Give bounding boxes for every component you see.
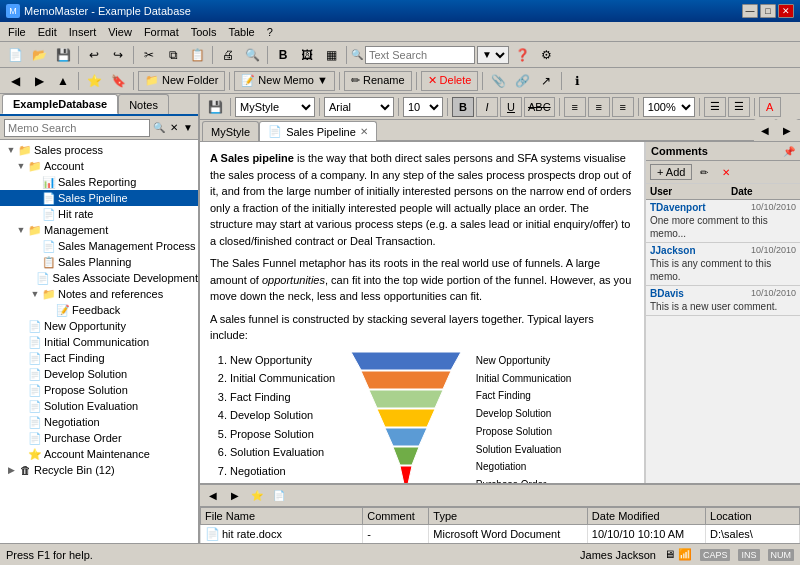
close-button[interactable]: ✕ <box>778 4 794 18</box>
align-center-btn[interactable]: ≡ <box>588 97 610 117</box>
expander-account[interactable]: ▼ <box>14 159 28 173</box>
tree-node-ps[interactable]: 📄 Propose Solution <box>0 382 198 398</box>
strikethrough-btn[interactable]: ABC <box>524 97 555 117</box>
tab-example-database[interactable]: ExampleDatabase <box>2 94 118 114</box>
new-memo-btn[interactable]: 📝 New Memo ▼ <box>234 71 335 91</box>
tree-node-sales-reporting[interactable]: 📊 Sales Reporting <box>0 174 198 190</box>
bookmark-btn[interactable]: 🔖 <box>107 70 129 92</box>
help-btn[interactable]: ❓ <box>511 44 533 66</box>
search-type-select[interactable]: ▼ <box>477 46 509 64</box>
rename-btn[interactable]: ✏ Rename <box>344 71 412 91</box>
star-btn[interactable]: ⭐ <box>83 70 105 92</box>
doc-tab-sales-pipeline[interactable]: 📄 Sales Pipeline ✕ <box>259 121 377 141</box>
tree-node-recycle[interactable]: ▶ 🗑 Recycle Bin (12) <box>0 462 198 478</box>
file-row-1[interactable]: 📄hit rate.docx - Microsoft Word Document… <box>201 525 800 544</box>
tree-node-sad[interactable]: 📄 Sales Associate Development <box>0 270 198 286</box>
tree-node-am[interactable]: ⭐ Account Maintenance <box>0 446 198 462</box>
tree-node-sales-pipeline[interactable]: 📄 Sales Pipeline <box>0 190 198 206</box>
style-select[interactable]: MyStyle <box>235 97 315 117</box>
menu-file[interactable]: File <box>2 24 32 40</box>
align-left-btn[interactable]: ≡ <box>564 97 586 117</box>
search-options-btn[interactable]: ▼ <box>182 120 194 136</box>
menu-format[interactable]: Format <box>138 24 185 40</box>
tree-node-sales-process[interactable]: ▼ 📁 Sales process <box>0 142 198 158</box>
attach-btn[interactable]: 📎 <box>487 70 509 92</box>
bold-btn[interactable]: B <box>452 97 474 117</box>
search-btn[interactable]: 🔍 <box>241 44 263 66</box>
nav-up-btn[interactable]: ▲ <box>52 70 74 92</box>
expander-mgmt[interactable]: ▼ <box>14 223 28 237</box>
copy-btn[interactable]: ⧉ <box>162 44 184 66</box>
menu-edit[interactable]: Edit <box>32 24 63 40</box>
tree-node-se[interactable]: 📄 Solution Evaluation <box>0 398 198 414</box>
memo-search-input[interactable] <box>4 119 150 137</box>
tree-node-ds[interactable]: 📄 Develop Solution <box>0 366 198 382</box>
delete-btn[interactable]: ✕ Delete <box>421 71 479 91</box>
menu-view[interactable]: View <box>102 24 138 40</box>
expander-notes[interactable]: ▼ <box>28 287 42 301</box>
bullet-list-btn[interactable]: ☰ <box>704 97 726 117</box>
expander-recycle[interactable]: ▶ <box>4 463 18 477</box>
tree-node-init-comm[interactable]: 📄 Initial Communication <box>0 334 198 350</box>
add-comment-btn[interactable]: + Add <box>650 164 692 180</box>
window-controls[interactable]: — □ ✕ <box>742 4 794 18</box>
link-btn[interactable]: 🔗 <box>511 70 533 92</box>
new-btn[interactable]: 📄 <box>4 44 26 66</box>
italic-btn[interactable]: I <box>476 97 498 117</box>
number-list-btn[interactable]: ☰ <box>728 97 750 117</box>
menu-table[interactable]: Table <box>222 24 260 40</box>
edit-comment-btn[interactable]: ✏ <box>694 163 714 181</box>
files-new[interactable]: ⭐ <box>248 487 266 505</box>
undo-btn[interactable]: ↩ <box>83 44 105 66</box>
size-select[interactable]: 10 <box>403 97 443 117</box>
settings-icon-btn[interactable]: ⚙ <box>535 44 557 66</box>
tree-node-new-opp[interactable]: 📄 New Opportunity <box>0 318 198 334</box>
zoom-select[interactable]: 100% <box>643 97 695 117</box>
tree-node-account[interactable]: ▼ 📁 Account <box>0 158 198 174</box>
tree-node-neg[interactable]: 📄 Negotiation <box>0 414 198 430</box>
info-btn[interactable]: ℹ <box>566 70 588 92</box>
doc-tab-close-btn[interactable]: ✕ <box>360 126 368 137</box>
minimize-button[interactable]: — <box>742 4 758 18</box>
menu-insert[interactable]: Insert <box>63 24 103 40</box>
nav-fwd-btn[interactable]: ▶ <box>28 70 50 92</box>
cut-btn[interactable]: ✂ <box>138 44 160 66</box>
tree-node-management[interactable]: ▼ 📁 Management <box>0 222 198 238</box>
open-btn[interactable]: 📂 <box>28 44 50 66</box>
text-search-input[interactable] <box>365 46 475 64</box>
tree-node-hit-rate[interactable]: 📄 Hit rate <box>0 206 198 222</box>
delete-comment-btn[interactable]: ✕ <box>716 163 736 181</box>
files-nav-back[interactable]: ◀ <box>204 487 222 505</box>
redo-btn[interactable]: ↪ <box>107 44 129 66</box>
export-btn[interactable]: ↗ <box>535 70 557 92</box>
underline-btn[interactable]: U <box>500 97 522 117</box>
search-clear-btn[interactable]: ✕ <box>168 120 180 136</box>
print-btn[interactable]: 🖨 <box>217 44 239 66</box>
tree-node-ff[interactable]: 📄 Fact Finding <box>0 350 198 366</box>
table-btn[interactable]: ▦ <box>320 44 342 66</box>
tree-node-po[interactable]: 📄 Purchase Order <box>0 430 198 446</box>
files-nav-fwd[interactable]: ▶ <box>226 487 244 505</box>
save-btn[interactable]: 💾 <box>52 44 74 66</box>
document-content[interactable]: A Sales pipeline is the way that both di… <box>200 142 645 483</box>
img-btn[interactable]: 🖼 <box>296 44 318 66</box>
new-folder-btn[interactable]: 📁 New Folder <box>138 71 225 91</box>
font-select[interactable]: Arial <box>324 97 394 117</box>
doc-tab-mystyle[interactable]: MyStyle <box>202 121 259 141</box>
menu-tools[interactable]: Tools <box>185 24 223 40</box>
tree-node-feedback[interactable]: 📝 Feedback <box>0 302 198 318</box>
nav-back-btn[interactable]: ◀ <box>4 70 26 92</box>
files-page[interactable]: 📄 <box>270 487 288 505</box>
menu-help[interactable]: ? <box>261 24 279 40</box>
tree-node-smp[interactable]: 📄 Sales Management Process <box>0 238 198 254</box>
nav-pane-left[interactable]: ◀ <box>754 119 776 141</box>
tree-node-sp[interactable]: 📋 Sales Planning <box>0 254 198 270</box>
nav-pane-right[interactable]: ▶ <box>776 119 798 141</box>
tab-notes[interactable]: Notes <box>118 94 169 114</box>
font-color-btn[interactable]: A <box>759 97 781 117</box>
bold-tb-btn[interactable]: B <box>272 44 294 66</box>
expander-sales-process[interactable]: ▼ <box>4 143 18 157</box>
search-go-btn[interactable]: 🔍 <box>152 120 166 136</box>
save-fmt-btn[interactable]: 💾 <box>204 96 226 118</box>
maximize-button[interactable]: □ <box>760 4 776 18</box>
